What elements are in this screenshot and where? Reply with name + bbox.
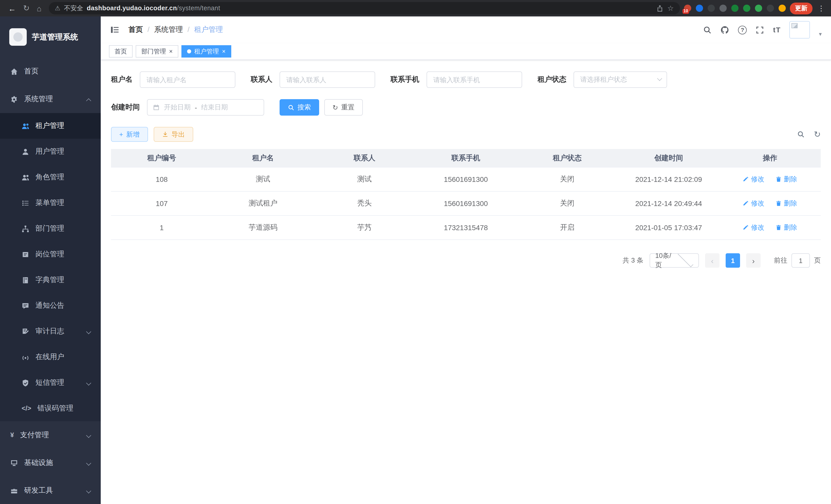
sidebar-fold-icon[interactable] bbox=[110, 25, 119, 34]
extension-icon[interactable] bbox=[708, 5, 715, 12]
tab-label: 部门管理 bbox=[141, 47, 166, 56]
github-icon[interactable] bbox=[721, 25, 729, 34]
export-button[interactable]: 导出 bbox=[153, 127, 193, 142]
delete-link[interactable]: 删除 bbox=[776, 223, 797, 232]
chrome-update-button[interactable]: 更新 bbox=[790, 2, 812, 14]
extension-icon[interactable] bbox=[731, 5, 739, 12]
sidebar-item-tenant[interactable]: 租户管理 bbox=[0, 113, 101, 139]
extension-icon[interactable] bbox=[767, 5, 774, 12]
sidebar-item-label: 首页 bbox=[24, 67, 38, 76]
cell-contact: 秃头 bbox=[314, 199, 415, 208]
sidebar-item-pay[interactable]: ¥ 支付管理 bbox=[0, 421, 101, 449]
sidebar-item-sms[interactable]: 短信管理 bbox=[0, 370, 101, 395]
close-icon[interactable]: × bbox=[169, 48, 173, 55]
sidebar-item-devtools[interactable]: 研发工具 bbox=[0, 477, 101, 504]
cell-id: 108 bbox=[111, 175, 212, 183]
goto-page-input[interactable] bbox=[792, 253, 810, 268]
search-button[interactable]: 搜索 bbox=[280, 99, 319, 116]
share-icon[interactable] bbox=[657, 5, 664, 12]
tab-dept[interactable]: 部门管理 × bbox=[136, 45, 178, 58]
help-icon[interactable]: ? bbox=[738, 25, 747, 34]
logo-row[interactable]: 芋道管理系统 bbox=[0, 17, 101, 58]
contact-input[interactable] bbox=[280, 71, 375, 88]
next-page-button[interactable]: › bbox=[746, 253, 761, 268]
sidebar-item-label: 基础设施 bbox=[24, 458, 53, 468]
table-row: 107 测试租户 秃头 15601691300 关闭 2021-12-14 20… bbox=[111, 191, 821, 216]
extension-icon[interactable]: 10 bbox=[684, 5, 691, 12]
column-header: 租户名 bbox=[212, 153, 314, 162]
fullscreen-icon[interactable] bbox=[756, 25, 765, 34]
refresh-table-icon[interactable]: ↻ bbox=[814, 130, 821, 139]
link-label: 修改 bbox=[751, 199, 765, 208]
reset-button[interactable]: ↻ 重置 bbox=[324, 99, 363, 116]
sidebar-item-system[interactable]: 系统管理 bbox=[0, 85, 101, 113]
tenants-icon bbox=[22, 122, 29, 130]
home-icon[interactable]: ⌂ bbox=[37, 4, 41, 12]
sidebar-item-role[interactable]: 角色管理 bbox=[0, 165, 101, 190]
extension-icon[interactable] bbox=[719, 5, 727, 12]
table-header: 租户编号 租户名 联系人 联系手机 租户状态 创建时间 操作 bbox=[111, 149, 821, 168]
sidebar-item-infra[interactable]: 基础设施 bbox=[0, 449, 101, 477]
delete-link[interactable]: 删除 bbox=[776, 175, 797, 184]
caret-down-icon[interactable]: ▾ bbox=[819, 31, 822, 38]
chevron-up-icon bbox=[86, 98, 91, 103]
sidebar-item-menu[interactable]: 菜单管理 bbox=[0, 190, 101, 216]
search-icon[interactable] bbox=[703, 25, 712, 34]
page-1-button[interactable]: 1 bbox=[726, 253, 740, 268]
edit-link[interactable]: 修改 bbox=[743, 223, 765, 232]
url-text[interactable]: dashboard.yudao.iocoder.cn/system/tenant bbox=[87, 5, 220, 12]
sidebar-item-notice[interactable]: 通知公告 bbox=[0, 293, 101, 319]
cell-actions: 修改 删除 bbox=[719, 175, 821, 184]
tab-home[interactable]: 首页 bbox=[109, 45, 133, 58]
sidebar-item-audit[interactable]: 审计日志 bbox=[0, 319, 101, 344]
url-domain: dashboard.yudao.iocoder.cn bbox=[87, 5, 177, 12]
breadcrumb-home[interactable]: 首页 bbox=[128, 25, 149, 34]
extension-icon[interactable] bbox=[755, 5, 762, 12]
browser-menu-icon[interactable]: ⋮ bbox=[816, 4, 826, 12]
extension-icon[interactable] bbox=[743, 5, 750, 12]
signal-icon bbox=[22, 353, 29, 361]
security-label[interactable]: 不安全 bbox=[64, 4, 83, 12]
profile-avatar-icon[interactable] bbox=[779, 5, 786, 12]
status-select[interactable]: 请选择租户状态 bbox=[574, 71, 667, 88]
prev-page-button[interactable]: ‹ bbox=[705, 253, 719, 268]
refresh-icon[interactable]: ↻ bbox=[23, 4, 30, 13]
cell-phone: 15601691300 bbox=[415, 175, 517, 183]
font-size-icon[interactable]: tT bbox=[773, 26, 781, 34]
sidebar-item-home[interactable]: 首页 bbox=[0, 58, 101, 85]
extension-icon[interactable] bbox=[696, 5, 703, 12]
phone-input[interactable] bbox=[427, 71, 522, 88]
tab-label: 首页 bbox=[115, 47, 127, 56]
app-header: 首页 系统管理 租户管理 ? tT ▾ bbox=[101, 17, 831, 43]
sidebar-item-user[interactable]: 用户管理 bbox=[0, 139, 101, 165]
sidebar-item-post[interactable]: 岗位管理 bbox=[0, 241, 101, 267]
close-icon[interactable]: × bbox=[222, 48, 226, 55]
date-range-input[interactable]: 开始日期 - 结束日期 bbox=[147, 99, 264, 116]
page-size-select[interactable]: 10条/页 bbox=[650, 253, 699, 268]
sidebar-item-label: 审计日志 bbox=[35, 327, 64, 336]
edit-link[interactable]: 修改 bbox=[743, 175, 765, 184]
sidebar-item-errcode[interactable]: </> 错误码管理 bbox=[0, 395, 101, 421]
sidebar-item-label: 菜单管理 bbox=[35, 198, 64, 208]
url-bar[interactable]: ⚠ 不安全 dashboard.yudao.iocoder.cn/system/… bbox=[49, 2, 680, 14]
tenant-name-input[interactable] bbox=[140, 71, 235, 88]
link-label: 删除 bbox=[784, 223, 797, 232]
breadcrumb-system[interactable]: 系统管理 bbox=[154, 25, 190, 34]
sidebar-item-dict[interactable]: 字典管理 bbox=[0, 267, 101, 293]
cell-name: 测试 bbox=[212, 175, 314, 184]
hide-search-icon[interactable] bbox=[797, 130, 805, 138]
back-icon[interactable]: ← bbox=[8, 4, 16, 12]
sidebar-item-dept[interactable]: 部门管理 bbox=[0, 216, 101, 241]
tab-tenant[interactable]: 租户管理 × bbox=[181, 45, 231, 58]
bookmark-star-icon[interactable]: ☆ bbox=[667, 4, 674, 12]
cell-id: 107 bbox=[111, 199, 212, 208]
sidebar-item-label: 字典管理 bbox=[35, 275, 64, 285]
sidebar-item-online[interactable]: 在线用户 bbox=[0, 344, 101, 370]
filter-label: 租户名 bbox=[111, 75, 133, 84]
edit-link[interactable]: 修改 bbox=[743, 199, 765, 208]
avatar[interactable] bbox=[790, 21, 810, 38]
cell-status: 关闭 bbox=[516, 175, 618, 184]
chevron-down-icon bbox=[86, 433, 91, 438]
add-button[interactable]: + 新增 bbox=[111, 127, 148, 142]
delete-link[interactable]: 删除 bbox=[776, 199, 797, 208]
